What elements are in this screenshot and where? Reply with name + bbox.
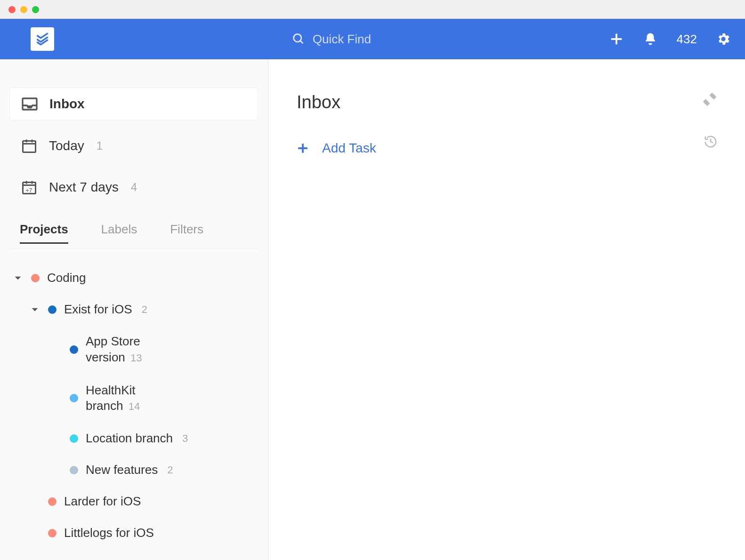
window-titlebar <box>0 0 745 19</box>
maximize-window-dot[interactable] <box>32 6 39 13</box>
sidebar-item-count: 1 <box>97 139 103 152</box>
project-location-branch[interactable]: Location branch 3 <box>9 426 259 450</box>
svg-text:+7: +7 <box>26 187 32 194</box>
tab-projects[interactable]: Projects <box>20 222 68 244</box>
project-color-dot <box>48 529 57 537</box>
project-count: 2 <box>167 464 173 476</box>
notification-bell-icon[interactable] <box>643 32 658 47</box>
sidebar-item-today[interactable]: Today 1 <box>9 130 259 162</box>
search-input[interactable]: Quick Find <box>292 32 371 47</box>
project-color-dot <box>70 394 78 402</box>
project-color-dot <box>48 497 57 506</box>
project-name: Exist for iOS <box>64 302 132 317</box>
project-count: 3 <box>182 432 188 445</box>
project-littlelogs-for-ios[interactable]: Littlelogs for iOS <box>9 521 259 545</box>
topbar-actions: 432 <box>609 32 731 47</box>
sidebar-item-label: Inbox <box>49 96 85 112</box>
project-count: 14 <box>129 400 140 412</box>
search-wrap: Quick Find <box>54 32 609 47</box>
chevron-down-icon[interactable] <box>31 302 40 317</box>
content-pane: Inbox Add Task <box>268 59 745 560</box>
page-title: Inbox <box>297 92 717 112</box>
svg-rect-5 <box>23 141 36 152</box>
app-logo[interactable] <box>31 27 54 51</box>
search-icon <box>292 32 305 46</box>
project-name-line1: App Store <box>86 334 142 350</box>
history-icon[interactable] <box>704 135 718 151</box>
add-task-button[interactable]: Add Task <box>297 141 717 156</box>
project-count: 2 <box>141 304 147 316</box>
sidebar-item-label: Next 7 days <box>49 180 119 195</box>
project-name-line2: version <box>86 350 125 364</box>
project-count: 13 <box>130 352 142 364</box>
svg-line-1 <box>300 41 303 44</box>
tab-labels[interactable]: Labels <box>101 222 138 244</box>
app-body: Inbox Today 1 +7 Next 7 days 4 Projects … <box>0 59 745 560</box>
project-name-line2: branch <box>86 399 123 413</box>
project-color-dot <box>70 345 78 354</box>
project-name: Location branch <box>86 431 173 446</box>
inbox-icon <box>20 96 39 112</box>
sidebar-item-inbox[interactable]: Inbox <box>9 88 259 120</box>
project-name: Littlelogs for iOS <box>64 526 154 540</box>
tab-filters[interactable]: Filters <box>170 222 203 244</box>
calendar-week-icon: +7 <box>20 179 39 196</box>
project-color-dot <box>70 466 78 474</box>
project-name: Larder for iOS <box>64 494 141 509</box>
project-name: New features <box>86 463 158 477</box>
plus-icon <box>297 142 309 154</box>
project-healthkit-branch[interactable]: HealthKit branch 14 <box>9 378 259 419</box>
svg-point-0 <box>293 34 301 42</box>
sidebar: Inbox Today 1 +7 Next 7 days 4 Projects … <box>0 59 268 560</box>
project-color-dot <box>48 305 57 314</box>
calendar-today-icon <box>20 137 39 154</box>
search-placeholder: Quick Find <box>313 32 371 47</box>
close-window-dot[interactable] <box>8 6 16 13</box>
notification-count[interactable]: 432 <box>677 32 697 47</box>
project-new-features[interactable]: New features 2 <box>9 458 259 482</box>
project-coding[interactable]: Coding <box>9 266 259 290</box>
sidebar-tabs: Projects Labels Filters <box>9 213 259 249</box>
project-exist-for-ios[interactable]: Exist for iOS 2 <box>9 297 259 321</box>
minimize-window-dot[interactable] <box>20 6 27 13</box>
sidebar-item-label: Today <box>49 138 84 153</box>
sidebar-item-count: 4 <box>131 181 137 194</box>
add-button[interactable] <box>609 32 624 47</box>
topbar: Quick Find 432 <box>0 19 745 59</box>
chevron-down-icon[interactable] <box>14 271 24 285</box>
project-app-store-version[interactable]: App Store version 13 <box>9 329 259 370</box>
settings-gear-icon[interactable] <box>716 32 731 47</box>
sidebar-item-next7days[interactable]: +7 Next 7 days 4 <box>9 171 259 203</box>
project-larder-for-ios[interactable]: Larder for iOS <box>9 489 259 513</box>
tools-icon[interactable] <box>703 92 717 108</box>
project-color-dot <box>31 274 40 282</box>
project-name-line1: HealthKit <box>86 383 140 399</box>
project-name: Coding <box>47 271 86 285</box>
project-color-dot <box>70 434 78 443</box>
add-task-label: Add Task <box>322 141 376 156</box>
